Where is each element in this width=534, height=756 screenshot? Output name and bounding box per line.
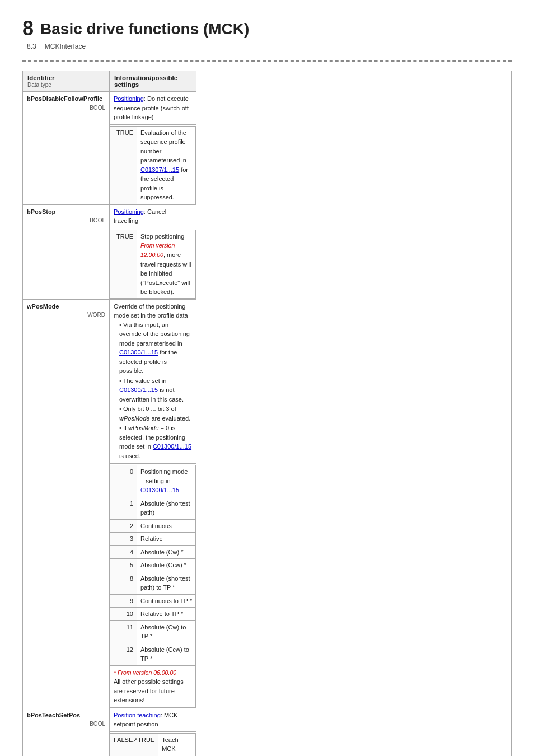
key-cell: TRUE — [110, 230, 137, 298]
num-cell: 10 — [110, 608, 137, 621]
table-row: wPosMode WORD Override of the positionin… — [23, 299, 512, 464]
inner-row: 1 Absolute (shortest path) — [110, 497, 196, 519]
sub-info-cell: 0 Positioning mode = setting in C01300/1… — [110, 464, 196, 708]
inner-row: 2 Continuous — [110, 519, 196, 533]
data-type: WORD — [27, 311, 105, 319]
value-cell: Stop positioning From version 12.00.00, … — [137, 230, 196, 298]
num-cell: 8 — [110, 572, 137, 594]
num-cell: 5 — [110, 559, 137, 572]
chapter-title: Basic drive functions (MCK) — [40, 20, 249, 38]
num-cell: 12 — [110, 643, 137, 665]
section-title: MCKInterface — [45, 43, 86, 50]
inner-row: 11 Absolute (Cw) to TP * — [110, 620, 196, 643]
identifier-name: wPosMode — [27, 303, 59, 310]
val-cell: Continuous — [137, 519, 196, 533]
positioning-link[interactable]: Positioning — [114, 95, 144, 102]
page-header: 8Basic drive functions (MCK) 8.3 MCKInte… — [22, 17, 512, 50]
c01300-link2[interactable]: C01300/1...15 — [119, 386, 158, 393]
table-row: bPosDisableFollowProfile BOOL Positionin… — [23, 92, 512, 125]
val-cell: Absolute (Cw) to TP * — [137, 620, 196, 643]
val-cell: Absolute (shortest path) to TP * — [137, 572, 196, 594]
value-cell: Evaluation of the sequence profile numbe… — [137, 126, 196, 204]
inner-row: TRUE Evaluation of the sequence profile … — [110, 126, 196, 204]
inner-row: 9 Continuous to TP * — [110, 594, 196, 608]
info-cell: Position teaching: MCK setpoint position — [110, 708, 196, 731]
value-cell: Teach MCK setpoint position into the sel… — [158, 733, 196, 756]
data-type: BOOL — [27, 104, 105, 112]
num-cell: 3 — [110, 533, 137, 546]
key-cell: FALSE↗TRUE — [110, 733, 158, 756]
inner-table: TRUE Stop positioning From version 12.00… — [110, 230, 196, 299]
num-cell: 9 — [110, 594, 137, 608]
reference-table: Identifier Data type Information/possibl… — [22, 71, 512, 756]
inner-row: 12 Absolute (Ccw) to TP * — [110, 643, 196, 665]
val-cell: Absolute (Ccw) to TP * — [137, 643, 196, 665]
inner-row: 4 Absolute (Cw) * — [110, 545, 196, 559]
num-cell: 0 — [110, 465, 137, 497]
num-cell: 2 — [110, 519, 137, 533]
info-cell: Override of the positioning mode set in … — [110, 299, 196, 464]
c01307-link[interactable]: C01307/1...15 — [140, 166, 179, 173]
identifier-name: bPosTeachSetPos — [27, 712, 80, 718]
section-divider — [22, 60, 512, 62]
inner-row: FALSE↗TRUE Teach MCK setpoint position i… — [110, 733, 196, 756]
num-cell: 1 — [110, 497, 137, 519]
c01300-link4[interactable]: C01300/1...15 — [140, 487, 179, 493]
inner-row: 10 Relative to TP * — [110, 608, 196, 621]
c01300-link[interactable]: C01300/1...15 — [119, 349, 158, 356]
val-cell: Relative to TP * — [137, 608, 196, 621]
identifier-name: bPosStop — [27, 208, 55, 215]
inner-row-footnote: * From version 06.00.00 All other possib… — [110, 665, 196, 707]
inner-row: 3 Relative — [110, 533, 196, 546]
data-type: BOOL — [27, 216, 105, 225]
val-cell: Absolute (Ccw) * — [137, 559, 196, 572]
inner-table: FALSE↗TRUE Teach MCK setpoint position i… — [110, 733, 196, 756]
info-cell: Positioning: Cancel travelling — [110, 204, 196, 228]
inner-table-wposmode: 0 Positioning mode = setting in C01300/1… — [110, 465, 196, 708]
positioning-link2[interactable]: Positioning — [114, 208, 144, 215]
sub-info-cell: TRUE Evaluation of the sequence profile … — [110, 124, 196, 204]
sub-info-cell: TRUE Stop positioning From version 12.00… — [110, 228, 196, 299]
table-row: bPosStop BOOL Positioning: Cancel travel… — [23, 204, 512, 228]
inner-row: 5 Absolute (Ccw) * — [110, 559, 196, 572]
c01300-link3[interactable]: C01300/1...15 — [153, 443, 191, 450]
val-cell: Continuous to TP * — [137, 594, 196, 608]
footnote-cell: * From version 06.00.00 All other possib… — [110, 665, 196, 707]
num-cell: 4 — [110, 545, 137, 559]
info-bullets: Via this input, an override of the posit… — [114, 320, 192, 461]
val-cell: Absolute (shortest path) — [137, 497, 196, 519]
position-teaching-link[interactable]: Position teaching — [114, 712, 161, 718]
val-cell: Positioning mode = setting in C01300/1..… — [137, 465, 196, 497]
chapter-number: 8 — [22, 17, 34, 40]
num-cell: 11 — [110, 620, 137, 643]
sub-info-cell: FALSE↗TRUE Teach MCK setpoint position i… — [110, 731, 196, 756]
col-header-identifier: Identifier Data type — [23, 71, 110, 92]
version-note: From version 12.00.00 — [140, 242, 175, 258]
val-cell: Absolute (Cw) * — [137, 545, 196, 559]
footnote-version: * From version 06.00.00 — [114, 669, 176, 676]
data-type: BOOL — [27, 720, 105, 728]
identifier-name: bPosDisableFollowProfile — [27, 95, 102, 102]
inner-row: TRUE Stop positioning From version 12.00… — [110, 230, 196, 298]
val-cell: Relative — [137, 533, 196, 546]
inner-table: TRUE Evaluation of the sequence profile … — [110, 126, 196, 204]
col-header-info: Information/possible settings — [110, 71, 196, 92]
table-row: bPosTeachSetPos BOOL Position teaching: … — [23, 708, 512, 731]
key-cell: TRUE — [110, 126, 137, 204]
section-number: 8.3 — [27, 43, 36, 50]
info-cell: Positioning: Do not execute sequence pro… — [110, 92, 196, 125]
inner-row: 0 Positioning mode = setting in C01300/1… — [110, 465, 196, 497]
inner-row: 8 Absolute (shortest path) to TP * — [110, 572, 196, 594]
